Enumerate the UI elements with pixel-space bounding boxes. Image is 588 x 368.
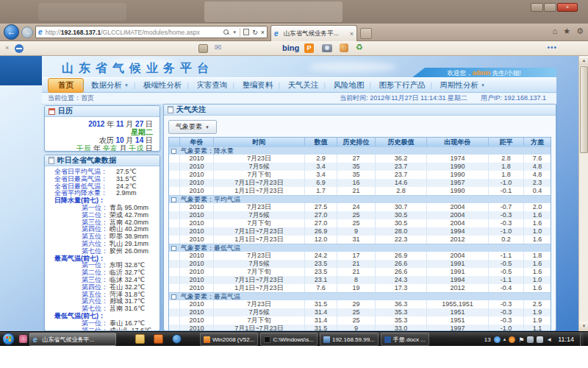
nav-item[interactable]: 风险地图 [326,79,371,92]
mon-icon[interactable] [537,336,543,343]
more-icon[interactable]: ••• [547,43,557,52]
appbox-icon[interactable] [154,334,163,344]
nav-item[interactable]: 周期性分析 ▼ [432,79,492,92]
rank-line[interactable]: 第一位： 青岛 95.0mm [45,205,159,211]
weather-table: 年份 时间 数值 历史排位 历史极值 出现年份 距平 方差 [168,137,551,331]
taskbar-ie-button[interactable]: e 山东省气候业务平... [29,333,116,346]
bing-logo[interactable]: bing [282,43,299,52]
scroll-up-icon[interactable]: ▲ [579,56,588,66]
envelope-icon[interactable]: ✉ [215,43,221,52]
caret-icon[interactable]: ▴ [503,336,506,343]
page-scrollbar[interactable]: ▲ ▼ [578,56,588,331]
rank-value: 郯城 31.7℃ [110,298,145,305]
favorites-star-icon[interactable]: ★ [563,26,570,36]
section-checkbox[interactable] [171,294,176,300]
stop-icon[interactable]: × [261,29,265,36]
rank-line[interactable]: 第二位： 荣成 42.7mm [45,212,159,219]
tab-close-icon[interactable]: × [350,30,354,38]
show-desktop-button[interactable] [580,333,584,346]
rank-line[interactable]: 第一位： 泰山 16.7℃ [45,320,159,327]
table-cell: 1月1日~7月23日 [213,236,304,244]
table-cell: 7月下旬 [213,268,304,276]
search-icon[interactable] [223,29,229,35]
nav-item[interactable]: 首页 [48,78,84,93]
table-cell: 7月1日~7月23日 [213,227,304,236]
table-cell: 9 [337,227,375,236]
close-icon[interactable]: × [5,44,9,52]
maximize-button[interactable] [544,3,556,12]
table-cell: 35.3 [375,316,426,325]
section-checkbox[interactable] [171,197,176,202]
taskbar-window-button[interactable]: 手册.docx ... [381,333,429,346]
taskbar-window-button[interactable]: C:\Windows\s... [260,333,318,346]
scroll-down-icon[interactable]: ▼ [579,322,588,331]
table-cell: 25 [337,211,375,219]
rank-line[interactable]: 第四位： 苍山 32.2℃ [45,284,159,291]
table-cell: -0.3 [488,211,523,219]
back-button[interactable]: ← [4,24,19,40]
compatibility-view-icon[interactable] [243,29,249,35]
nav-item[interactable]: 极端性分析 [136,79,190,92]
nav-item[interactable]: 数据分析 ▼ [84,79,136,92]
rank-line[interactable]: 第六位： 郯城 31.7℃ [45,298,159,305]
forward-button[interactable]: → [21,26,33,38]
rank-line[interactable]: 第七位： 胶州 26.0mm [45,248,159,255]
blocked-icon[interactable] [15,44,24,53]
rank-line[interactable]: 第六位： 乳山 29.1mm [45,241,159,247]
camera-icon[interactable] [322,44,332,52]
address-bar[interactable]: e http://192.168.137.1/GLCCLIMATE/module… [35,26,268,38]
flag-icon[interactable]: ⚑ [518,336,524,343]
rank-line[interactable]: 第三位： 莒南 42.0mm [45,219,159,226]
nav-item[interactable]: 灾害查询 [189,79,234,92]
recycle-icon[interactable]: ♻ [356,43,363,52]
taskbar-window-button[interactable]: 192.168.59.99... [320,333,379,346]
rank-line[interactable]: 第一位： 东明 32.8℃ [45,262,159,269]
element-filter-button[interactable]: 气象要素 ▼ [168,120,217,134]
settings-gear-icon[interactable]: ⚙ [576,26,584,36]
rank-line[interactable]: 第二位： 临沂 32.7℃ [45,269,159,276]
rank-line[interactable]: 第五位： 即墨 38.9mm [45,233,159,240]
minimize-button[interactable] [531,3,543,12]
scrollbar-thumb[interactable] [580,66,588,153]
table-cell: 27 [337,155,375,163]
table-cell: 2.9 [304,155,337,163]
rank-line[interactable]: 第四位： 崂山 40.2mm [45,226,159,233]
table-cell: 2010 [179,163,213,171]
section-checkbox[interactable] [171,149,176,154]
qq-icon[interactable] [494,336,501,343]
table-cell: 1.6 [523,268,551,276]
taskbar-window-button[interactable]: Win2008 (V52... [200,333,258,346]
new-tab-button[interactable] [360,28,372,39]
fox-icon[interactable] [509,336,515,343]
spk-icon[interactable]: ◄ [546,336,552,343]
rank-line[interactable]: 第三位： 临沭 32.4℃ [45,277,159,283]
pinned-app-icon[interactable] [19,335,27,343]
chevron-down-icon[interactable]: ▼ [232,30,237,35]
home-icon[interactable]: ⌂ [553,26,558,36]
taskbar-clock[interactable]: 11:14 [555,336,577,343]
table-row: 2010 7月1日~7月23日 6.9 16 [169,179,551,187]
table-cell: 31 [337,236,375,244]
folder-icon[interactable] [135,334,145,344]
table-row: 2010 1月1日~7月23日 7.6 19 [169,284,551,292]
paw-icon[interactable] [340,43,348,52]
browser-tab[interactable]: e 山东省气候业务平... × [270,25,357,41]
nav-item-label: 天气关注 [287,80,318,91]
nav-item[interactable]: 整编资料 [234,79,280,92]
bing-app-icon[interactable]: P [304,43,314,53]
rank-label: 第一位： [82,205,110,211]
refresh-icon[interactable]: ↻ [252,29,258,36]
rank-line[interactable]: 第七位： 莒南 31.6℃ [45,305,159,312]
section-checkbox[interactable] [171,246,176,251]
nav-item-label: 整编资料 [242,80,273,91]
net-icon[interactable] [527,336,534,343]
rank-line[interactable]: 第五位： 菏泽 31.8℃ [45,291,159,298]
close-button[interactable]: × [557,3,578,12]
table-cell: 35 [337,163,375,171]
media-icon[interactable] [172,334,182,344]
table-header-cell: 历史极值 [375,138,426,146]
nav-item[interactable]: 图形下行产品 [371,79,432,92]
cards-icon[interactable] [198,44,208,53]
nav-item[interactable]: 天气关注 [280,79,326,92]
start-button[interactable] [2,333,15,345]
